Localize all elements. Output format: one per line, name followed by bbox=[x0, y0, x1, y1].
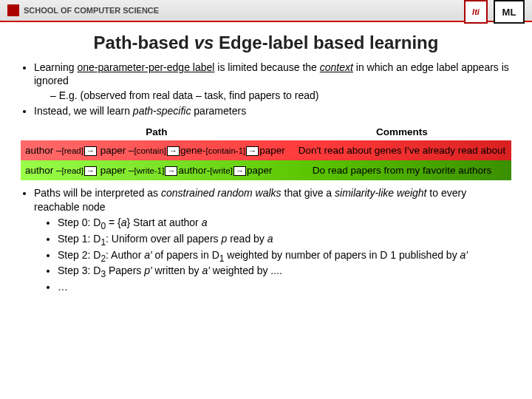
r2-t2: paper – bbox=[98, 165, 134, 176]
header-left: SCHOOL OF COMPUTER SCIENCE bbox=[7, 4, 159, 16]
walk-intro-mid: that give a bbox=[282, 187, 335, 199]
walk-intro-i1: constrained random walks bbox=[161, 187, 282, 199]
r2-rel3: [write] bbox=[210, 166, 233, 175]
arrow-right-icon: → bbox=[246, 146, 259, 156]
r2-rel1: [read] bbox=[62, 166, 83, 175]
b1-context: context bbox=[320, 61, 353, 73]
b2-pre: Instead, we will learn bbox=[34, 105, 133, 117]
r1-rel1: [read] bbox=[62, 146, 83, 155]
b1-mid: is limited because the bbox=[214, 61, 319, 73]
b2-ital: path-specific bbox=[133, 105, 191, 117]
content-area: Learning one-parameter-per-edge label is… bbox=[0, 61, 532, 294]
r2-t4: paper bbox=[247, 165, 273, 176]
th-path: Path bbox=[21, 123, 293, 140]
r2-rel2: [write-1] bbox=[134, 166, 165, 175]
ml-logo-icon: ML bbox=[494, 0, 525, 24]
slide: SCHOOL OF COMPUTER SCIENCE lti ML Path-b… bbox=[0, 0, 532, 399]
table-row: author –[read]→ paper –[write-1]→author-… bbox=[21, 160, 511, 180]
r1-t1: author – bbox=[25, 145, 62, 156]
arrow-right-icon: → bbox=[167, 146, 180, 156]
walk-intro-pre: Paths will be interpreted as bbox=[34, 187, 161, 199]
b1-underline: one-parameter-per-edge label bbox=[77, 61, 214, 73]
step-ellipsis: … bbox=[58, 280, 511, 294]
header-bar: SCHOOL OF COMPUTER SCIENCE lti ML bbox=[0, 0, 532, 22]
arrow-right-icon: → bbox=[84, 166, 97, 176]
bullet-1-sub: E.g. (observed from real data – task, fi… bbox=[34, 89, 511, 102]
step-1: Step 1: D1: Uniform over all papers p re… bbox=[58, 232, 511, 248]
path-cell-1: author –[read]→ paper –[contain]→gene-[c… bbox=[21, 140, 293, 160]
path-cell-2: author –[read]→ paper –[write-1]→author-… bbox=[21, 160, 293, 180]
slide-title: Path-based vs Edge-label based learning bbox=[0, 33, 532, 53]
r1-t3: gene- bbox=[180, 145, 206, 156]
r2-t1: author – bbox=[25, 165, 62, 176]
comment-cell-2: Do read papers from my favorite authors bbox=[293, 160, 511, 180]
r1-rel2: [contain] bbox=[134, 146, 166, 155]
title-post: Edge-label based learning bbox=[214, 33, 438, 52]
cmu-logo-icon bbox=[7, 4, 19, 16]
bullet-2: Instead, we will learn path-specific par… bbox=[34, 104, 511, 117]
table-header-row: Path Comments bbox=[21, 123, 511, 140]
walk-steps: Step 0: D0 = {a} Start at author a Step … bbox=[34, 216, 511, 295]
lti-logo-icon: lti bbox=[464, 0, 488, 24]
r1-t4: paper bbox=[259, 145, 285, 156]
r2-t3: author- bbox=[178, 165, 210, 176]
b2-post: parameters bbox=[191, 105, 246, 117]
path-table: Path Comments author –[read]→ paper –[co… bbox=[21, 123, 511, 180]
title-pre: Path-based bbox=[94, 33, 194, 52]
b1-pre: Learning bbox=[34, 61, 77, 73]
r1-t2: paper – bbox=[98, 145, 134, 156]
step-0: Step 0: D0 = {a} Start at author a bbox=[58, 216, 511, 232]
step-2: Step 2: D2: Author a' of papers in D1 we… bbox=[58, 248, 511, 265]
intro-bullets: Learning one-parameter-per-edge label is… bbox=[21, 61, 511, 117]
bullet-1: Learning one-parameter-per-edge label is… bbox=[34, 61, 511, 103]
table-row: author –[read]→ paper –[contain]→gene-[c… bbox=[21, 140, 511, 160]
r1-rel3: [contain-1] bbox=[206, 146, 246, 155]
arrow-right-icon: → bbox=[84, 146, 97, 156]
comment-cell-1: Don't read about genes I've already read… bbox=[293, 140, 511, 160]
arrow-right-icon: → bbox=[233, 166, 246, 176]
arrow-right-icon: → bbox=[165, 166, 177, 176]
walk-intro: Paths will be interpreted as constrained… bbox=[34, 186, 511, 295]
title-vs: vs bbox=[194, 33, 214, 52]
th-comments: Comments bbox=[293, 123, 511, 140]
bullet-1-sub-1: E.g. (observed from real data – task, fi… bbox=[50, 89, 511, 102]
step-3: Step 3: D3 Papers p' written by a' weigh… bbox=[58, 264, 511, 280]
walk-bullets: Paths will be interpreted as constrained… bbox=[21, 186, 511, 295]
walk-intro-i2: similarity-like weight bbox=[335, 187, 426, 199]
header-right: lti ML bbox=[464, 0, 525, 22]
school-name: SCHOOL OF COMPUTER SCIENCE bbox=[24, 6, 159, 15]
